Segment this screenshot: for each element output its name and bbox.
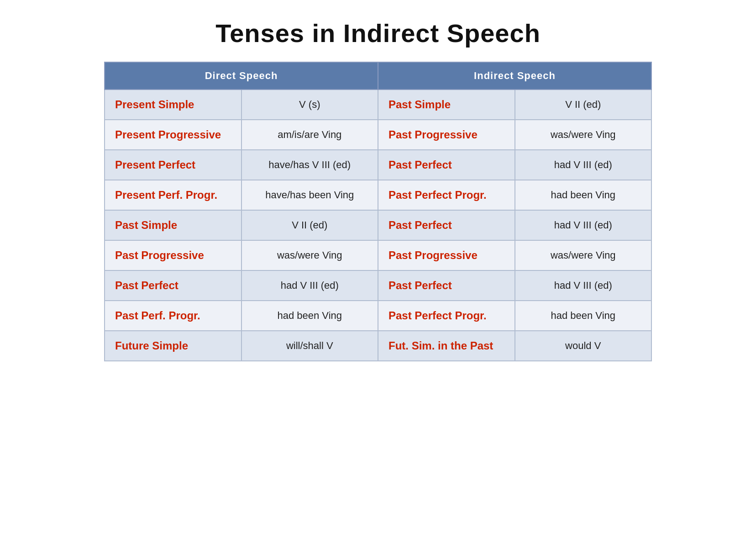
indirect-tense-label: Past Perfect Progr. (388, 309, 487, 322)
tense-table: Direct Speech Indirect Speech Present Si… (104, 62, 652, 361)
indirect-tense-form: would V (515, 331, 652, 361)
direct-tense-name: Present Progressive (105, 120, 242, 150)
indirect-tense-name: Past Perfect (378, 270, 515, 301)
indirect-tense-label: Past Perfect (388, 159, 452, 171)
indirect-tense-name: Past Progressive (378, 240, 515, 270)
direct-tense-name: Future Simple (105, 331, 242, 361)
direct-tense-form: V II (ed) (242, 210, 378, 240)
direct-tense-label: Past Perf. Progr. (115, 309, 200, 322)
indirect-tense-form: had V III (ed) (515, 150, 652, 180)
indirect-tense-name: Past Perfect Progr. (378, 301, 515, 331)
direct-tense-label: Past Simple (115, 219, 177, 231)
table-row: Future Simplewill/shall VFut. Sim. in th… (105, 331, 651, 361)
indirect-tense-label: Past Perfect Progr. (388, 189, 487, 201)
indirect-tense-name: Past Perfect (378, 150, 515, 180)
table-row: Present SimpleV (s)Past SimpleV II (ed) (105, 90, 651, 120)
direct-tense-form: will/shall V (242, 331, 378, 361)
direct-tense-name: Past Perf. Progr. (105, 301, 242, 331)
indirect-tense-label: Past Perfect (388, 279, 452, 291)
indirect-tense-name: Past Simple (378, 90, 515, 120)
indirect-tense-label: Past Simple (388, 98, 451, 111)
table-row: Present Progressiveam/is/are VingPast Pr… (105, 120, 651, 150)
indirect-tense-name: Past Progressive (378, 120, 515, 150)
direct-tense-label: Present Progressive (115, 128, 221, 141)
direct-tense-form: have/has V III (ed) (242, 150, 378, 180)
table-header-row: Direct Speech Indirect Speech (105, 62, 651, 90)
indirect-tense-form: had been Ving (515, 301, 652, 331)
indirect-tense-form: had V III (ed) (515, 270, 652, 301)
table-row: Past Perf. Progr.had been VingPast Perfe… (105, 301, 651, 331)
direct-tense-form: was/were Ving (242, 240, 378, 270)
header-indirect-speech: Indirect Speech (378, 62, 651, 90)
direct-tense-name: Present Simple (105, 90, 242, 120)
direct-tense-name: Past Perfect (105, 270, 242, 301)
page-title: Tenses in Indirect Speech (104, 9, 652, 62)
direct-tense-form: had been Ving (242, 301, 378, 331)
indirect-tense-name: Fut. Sim. in the Past (378, 331, 515, 361)
direct-tense-label: Present Perf. Progr. (115, 189, 217, 201)
direct-tense-form: have/has been Ving (242, 180, 378, 210)
direct-tense-label: Present Simple (115, 98, 194, 111)
direct-tense-label: Past Perfect (115, 279, 178, 291)
direct-tense-name: Present Perf. Progr. (105, 180, 242, 210)
direct-tense-name: Past Simple (105, 210, 242, 240)
header-direct-speech: Direct Speech (105, 62, 378, 90)
table-row: Present Perfecthave/has V III (ed)Past P… (105, 150, 651, 180)
indirect-tense-form: V II (ed) (515, 90, 652, 120)
indirect-tense-form: was/were Ving (515, 120, 652, 150)
direct-tense-form: had V III (ed) (242, 270, 378, 301)
indirect-tense-label: Fut. Sim. in the Past (388, 339, 493, 352)
indirect-tense-form: had V III (ed) (515, 210, 652, 240)
direct-tense-label: Present Perfect (115, 159, 195, 171)
direct-tense-form: am/is/are Ving (242, 120, 378, 150)
indirect-tense-label: Past Perfect (388, 219, 452, 231)
table-row: Past Progressivewas/were VingPast Progre… (105, 240, 651, 270)
direct-tense-label: Future Simple (115, 339, 188, 352)
indirect-tense-label: Past Progressive (388, 249, 478, 261)
direct-tense-name: Past Progressive (105, 240, 242, 270)
indirect-tense-form: was/were Ving (515, 240, 652, 270)
table-row: Present Perf. Progr.have/has been VingPa… (105, 180, 651, 210)
indirect-tense-name: Past Perfect Progr. (378, 180, 515, 210)
table-row: Past SimpleV II (ed)Past Perfecthad V II… (105, 210, 651, 240)
indirect-tense-form: had been Ving (515, 180, 652, 210)
indirect-tense-label: Past Progressive (388, 128, 478, 141)
indirect-tense-name: Past Perfect (378, 210, 515, 240)
direct-tense-name: Present Perfect (105, 150, 242, 180)
direct-tense-label: Past Progressive (115, 249, 204, 261)
table-row: Past Perfecthad V III (ed)Past Perfectha… (105, 270, 651, 301)
page-container: Tenses in Indirect Speech Direct Speech … (104, 9, 652, 361)
direct-tense-form: V (s) (242, 90, 378, 120)
